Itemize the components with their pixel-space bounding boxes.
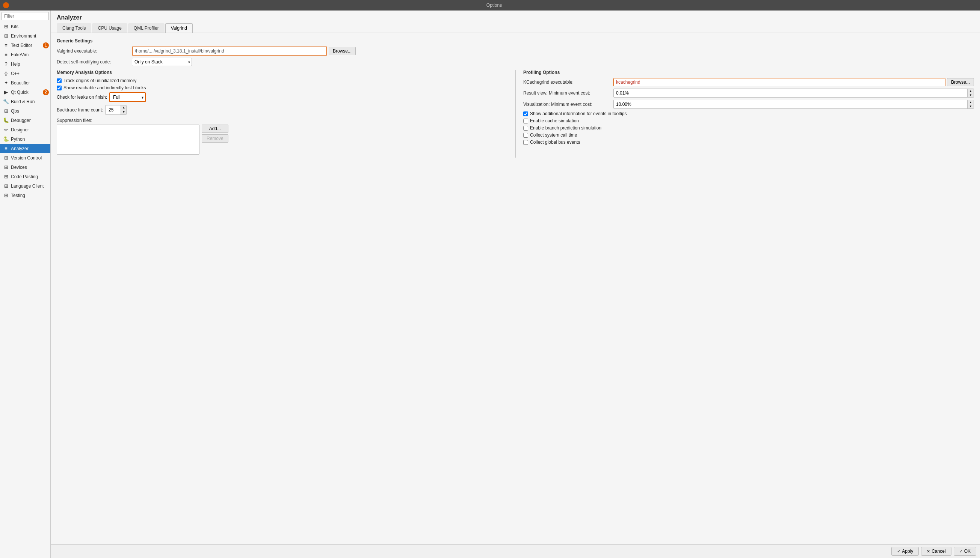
detect-select[interactable]: Everywhere Only on Stack Nowhere (132, 58, 192, 66)
sidebar-label-qt-quick: Qt Quick (11, 90, 28, 95)
leak-select[interactable]: No Summary Yes Full (112, 94, 138, 100)
sidebar-item-debugger[interactable]: 🐛Debugger (0, 116, 50, 125)
sidebar-item-fakevim[interactable]: ≡FakeVim (0, 50, 50, 59)
vis-min-label: Visualization: Minimum event cost: (523, 102, 613, 107)
sidebar-label-qbs: Qbs (11, 108, 19, 114)
vis-min-up[interactable]: ▲ (969, 100, 972, 104)
suppression-area: Add... Remove (57, 125, 507, 154)
syscall-row: Collect system call time (523, 133, 974, 138)
ok-button[interactable]: ✓ OK (954, 547, 976, 556)
sidebar-item-qt-quick[interactable]: ▶Qt Quick2 (0, 87, 50, 97)
track-origins-row: Track origins of uninitialized memory (57, 78, 507, 83)
designer-icon: ✏ (3, 127, 9, 133)
tooltips-checkbox[interactable] (523, 112, 528, 117)
sidebar-item-beautifier[interactable]: ✦Beautifier (0, 78, 50, 87)
tab-cpu-usage[interactable]: CPU Usage (92, 23, 127, 33)
sidebar-label-text-editor: Text Editor (11, 43, 32, 48)
settings-area: Generic Settings Valgrind executable: /h… (51, 33, 980, 544)
debugger-icon: 🐛 (3, 117, 9, 123)
remove-suppression-btn[interactable]: Remove (202, 135, 228, 143)
executable-label: Valgrind executable: (57, 48, 132, 54)
suppression-list[interactable] (57, 125, 199, 154)
sidebar-item-code-pasting[interactable]: ⊞Code Pasting (0, 172, 50, 181)
backtrace-input[interactable] (105, 105, 120, 115)
result-min-input[interactable] (614, 89, 967, 97)
result-min-spin-btns: ▲ ▼ (967, 89, 973, 97)
sidebar-item-kits[interactable]: ⊞Kits (0, 22, 50, 31)
window-title: Options (11, 3, 977, 8)
cancel-label: Cancel (932, 549, 945, 554)
executable-input[interactable]: /home/..../valgrind_3.18.1_install/bin/v… (132, 46, 327, 56)
code-pasting-icon: ⊞ (3, 174, 9, 179)
sidebar-item-build-run[interactable]: 🔧Build & Run (0, 97, 50, 106)
cancel-button[interactable]: ✕ Cancel (921, 547, 951, 556)
sidebar-item-devices[interactable]: ⊞Devices (0, 162, 50, 172)
leak-check-row: Check for leaks on finish: No Summary Ye… (57, 92, 507, 102)
python-icon: 🐍 (3, 136, 9, 142)
global-bus-label: Collect global bus events (530, 140, 580, 145)
backtrace-down-btn[interactable]: ▼ (121, 110, 126, 115)
tooltips-label: Show additional information for events i… (530, 111, 626, 117)
sidebar-item-designer[interactable]: ✏Designer (0, 125, 50, 135)
detect-select-wrapper[interactable]: Everywhere Only on Stack Nowhere (132, 58, 192, 66)
result-min-row: Result view: Minimum event cost: ▲ ▼ (523, 89, 974, 98)
text-editor-badge: 1 (43, 43, 49, 48)
sidebar-label-devices: Devices (11, 165, 27, 170)
filter-input[interactable] (2, 12, 49, 20)
sidebar-item-text-editor[interactable]: ≡Text Editor1 (0, 41, 50, 50)
apply-button[interactable]: ✓ Apply (891, 547, 919, 556)
sidebar-item-language-client[interactable]: ⊞Language Client (0, 181, 50, 190)
cache-checkbox[interactable] (523, 118, 528, 123)
ok-label: OK (964, 549, 971, 554)
cancel-icon: ✕ (927, 549, 930, 554)
syscall-checkbox[interactable] (523, 133, 528, 138)
result-min-spinbox: ▲ ▼ (613, 89, 974, 98)
sidebar-item-help[interactable]: ?Help (0, 59, 50, 69)
devices-icon: ⊞ (3, 164, 9, 170)
sidebar-item-qbs[interactable]: ⊞Qbs (0, 106, 50, 116)
apply-label: Apply (902, 549, 913, 554)
build-run-icon: 🔧 (3, 99, 9, 104)
syscall-label: Collect system call time (530, 133, 577, 138)
reachable-row: Show reachable and indirectly lost block… (57, 85, 507, 90)
sidebar-label-fakevim: FakeVim (11, 52, 28, 57)
sidebar-item-cpp[interactable]: {}C++ (0, 69, 50, 78)
tooltips-row: Show additional information for events i… (523, 111, 974, 117)
cpp-icon: {} (3, 71, 9, 76)
tab-valgrind[interactable]: Valgrind (165, 23, 193, 33)
vis-min-input[interactable] (614, 100, 967, 108)
tab-clang-tools[interactable]: Clang Tools (57, 23, 91, 33)
sidebar-label-python: Python (11, 136, 25, 142)
kcachegrind-input[interactable] (613, 78, 945, 86)
app-icon (3, 2, 9, 8)
kcachegrind-browse-btn[interactable]: Browse... (947, 78, 974, 86)
track-origins-checkbox[interactable] (57, 79, 62, 83)
sidebar-item-version-control[interactable]: ⊞Version Control (0, 153, 50, 162)
reachable-label: Show reachable and indirectly lost block… (64, 85, 146, 90)
backtrace-label: Backtrace frame count: (57, 107, 103, 113)
sidebar-item-analyzer[interactable]: ≡Analyzer (0, 144, 50, 153)
bottom-bar: ✓ Apply ✕ Cancel ✓ OK (51, 544, 980, 558)
global-bus-checkbox[interactable] (523, 140, 528, 145)
result-min-up[interactable]: ▲ (969, 89, 972, 93)
executable-browse-btn[interactable]: Browse... (329, 47, 356, 55)
leak-select-wrapper[interactable]: No Summary Yes Full ▾ (109, 92, 146, 102)
sidebar-item-python[interactable]: 🐍Python (0, 135, 50, 144)
result-min-down[interactable]: ▼ (969, 93, 972, 97)
qt-quick-icon: ▶ (3, 89, 9, 95)
add-suppression-btn[interactable]: Add... (202, 125, 228, 133)
backtrace-up-btn[interactable]: ▲ (121, 105, 126, 110)
tab-qml-profiler[interactable]: QML Profiler (128, 23, 165, 33)
vis-min-down[interactable]: ▼ (969, 104, 972, 108)
executable-row: Valgrind executable: /home/..../valgrind… (57, 46, 974, 56)
text-editor-icon: ≡ (3, 43, 9, 48)
sidebar-item-testing[interactable]: ⊞Testing (0, 190, 50, 200)
cache-row: Enable cache simulation (523, 118, 974, 123)
reachable-checkbox[interactable] (57, 85, 62, 90)
sidebar-label-help: Help (11, 62, 20, 67)
detect-row: Detect self-modifying code: Everywhere O… (57, 58, 974, 66)
branch-checkbox[interactable] (523, 126, 528, 131)
memory-options-title: Memory Analysis Options (57, 70, 507, 75)
sidebar-item-environment[interactable]: ⊞Environment (0, 31, 50, 41)
generic-settings-title: Generic Settings (57, 38, 974, 44)
